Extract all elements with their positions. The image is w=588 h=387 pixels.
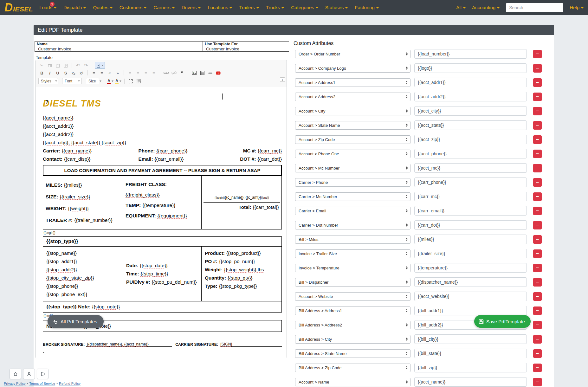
attribute-token-input[interactable] bbox=[414, 206, 527, 216]
remove-attribute-button[interactable]: − bbox=[533, 364, 542, 372]
remove-attribute-button[interactable]: − bbox=[533, 178, 542, 187]
remove-attribute-button[interactable]: − bbox=[533, 235, 542, 244]
attribute-source-select[interactable]: Account > City bbox=[295, 107, 410, 115]
nav-menu-item[interactable]: Loads 1 bbox=[39, 5, 56, 10]
attribute-source-select[interactable]: Invoice > Temperature bbox=[295, 264, 410, 272]
template-name-field[interactable]: Name Customer Invoice bbox=[35, 41, 203, 52]
attribute-source-select[interactable]: Bill > Miles bbox=[295, 235, 410, 244]
brand-logo[interactable]: D 7 IESEL bbox=[4, 1, 33, 14]
remove-attribute-button[interactable]: − bbox=[533, 349, 542, 358]
horizontal-rule-button[interactable] bbox=[207, 70, 214, 76]
text-color-button[interactable]: A bbox=[107, 78, 114, 84]
attribute-token-input[interactable] bbox=[414, 78, 527, 87]
remove-attribute-button[interactable]: − bbox=[533, 221, 542, 229]
numbered-list-button[interactable]: ≡ bbox=[90, 70, 97, 76]
paste-button[interactable] bbox=[54, 62, 61, 68]
refund-policy-link[interactable]: Refund Policy bbox=[59, 382, 81, 385]
attribute-token-input[interactable] bbox=[414, 249, 527, 258]
remove-attribute-button[interactable]: − bbox=[533, 192, 542, 201]
remove-attribute-button[interactable]: − bbox=[533, 164, 542, 172]
attribute-token-input[interactable] bbox=[414, 306, 527, 315]
maximize-button[interactable] bbox=[127, 78, 134, 84]
attribute-token-input[interactable] bbox=[414, 49, 527, 59]
attribute-token-input[interactable] bbox=[414, 92, 527, 101]
strikethrough-button[interactable]: S bbox=[62, 70, 69, 76]
superscript-button[interactable]: x² bbox=[78, 70, 85, 76]
remove-attribute-button[interactable]: − bbox=[533, 264, 542, 272]
remove-attribute-button[interactable]: − bbox=[533, 150, 542, 158]
nav-item-accounting[interactable]: Accounting bbox=[472, 5, 500, 10]
toolbar-collapse-button[interactable]: ▴ bbox=[280, 77, 285, 82]
attribute-source-select[interactable]: Account > State Name bbox=[295, 121, 410, 130]
nav-menu-item[interactable]: Categories bbox=[291, 5, 318, 10]
attribute-token-input[interactable] bbox=[414, 334, 527, 344]
remove-attribute-button[interactable]: − bbox=[533, 321, 542, 329]
unlink-button[interactable] bbox=[171, 70, 178, 76]
attribute-source-select[interactable]: Account > Zip Code bbox=[295, 135, 410, 144]
attribute-token-input[interactable] bbox=[414, 163, 527, 173]
nav-menu-item[interactable]: Statuses bbox=[325, 5, 348, 10]
insert-table-button[interactable] bbox=[199, 70, 206, 76]
attribute-source-select[interactable]: Account > Phone One bbox=[295, 150, 410, 158]
attribute-source-select[interactable]: Bill > Dispatcher bbox=[295, 278, 410, 287]
attribute-token-input[interactable] bbox=[414, 235, 527, 244]
nav-menu-item[interactable]: Factoring bbox=[355, 5, 379, 10]
undo-button[interactable]: ↶ bbox=[74, 62, 81, 68]
remove-attribute-button[interactable]: − bbox=[533, 93, 542, 101]
remove-attribute-button[interactable]: − bbox=[533, 135, 542, 144]
remove-attribute-button[interactable]: − bbox=[533, 64, 542, 73]
outdent-button[interactable]: « bbox=[106, 70, 113, 76]
all-pdf-templates-button[interactable]: All Pdf Templates bbox=[48, 315, 104, 328]
save-pdf-template-button[interactable]: Save PdfTemplate bbox=[474, 315, 531, 328]
use-template-for-field[interactable]: Use Template For Customer Invoice bbox=[203, 41, 289, 52]
attribute-token-input[interactable] bbox=[414, 292, 527, 301]
attribute-source-select[interactable]: Bill Address > City bbox=[295, 335, 410, 344]
attribute-source-select[interactable]: Carrier > Email bbox=[295, 207, 410, 215]
styles-dropdown[interactable]: Styles bbox=[38, 78, 58, 84]
cut-button[interactable]: ✂ bbox=[38, 62, 45, 68]
attribute-source-select[interactable]: Bill Address > State Name bbox=[295, 349, 410, 358]
redo-button[interactable]: ↷ bbox=[82, 62, 89, 68]
attribute-source-select[interactable]: Carrier > Mc Number bbox=[295, 192, 410, 201]
attribute-source-select[interactable]: Carrier > Phone bbox=[295, 178, 410, 187]
remove-attribute-button[interactable]: − bbox=[533, 292, 542, 301]
align-right-button[interactable]: ≡ bbox=[142, 70, 149, 76]
attribute-token-input[interactable] bbox=[414, 192, 527, 201]
bullet-list-button[interactable]: ≡ bbox=[98, 70, 105, 76]
background-color-button[interactable]: A bbox=[115, 78, 122, 84]
embed-video-button[interactable] bbox=[215, 70, 222, 76]
bold-button[interactable]: B bbox=[38, 70, 45, 76]
attribute-source-select[interactable]: Account > Company Logo bbox=[295, 64, 410, 73]
font-dropdown[interactable]: Font bbox=[62, 78, 82, 84]
nav-menu-item[interactable]: Quotes bbox=[93, 5, 112, 10]
attribute-token-input[interactable] bbox=[414, 277, 527, 287]
remove-attribute-button[interactable]: − bbox=[533, 278, 542, 287]
remove-attribute-button[interactable]: − bbox=[533, 249, 542, 258]
search-input[interactable] bbox=[506, 3, 563, 12]
attribute-token-input[interactable] bbox=[414, 377, 527, 387]
attribute-source-select[interactable]: Bill Address > Zip Code bbox=[295, 364, 410, 372]
size-dropdown[interactable]: Size bbox=[86, 78, 99, 84]
insert-image-button[interactable] bbox=[191, 70, 198, 76]
show-blocks-button[interactable] bbox=[135, 78, 142, 84]
remove-attribute-button[interactable]: − bbox=[533, 378, 542, 386]
attribute-token-input[interactable] bbox=[414, 135, 527, 144]
logout-button[interactable] bbox=[37, 369, 48, 379]
attribute-source-select[interactable]: Account > Name bbox=[295, 378, 410, 386]
attribute-source-select[interactable]: Account > Address2 bbox=[295, 93, 410, 101]
anchor-button[interactable] bbox=[178, 70, 185, 76]
attribute-token-input[interactable] bbox=[414, 263, 527, 273]
nav-menu-item[interactable]: Trailers bbox=[239, 5, 259, 10]
remove-attribute-button[interactable]: − bbox=[533, 78, 542, 87]
remove-attribute-button[interactable]: − bbox=[533, 50, 542, 58]
attribute-token-input[interactable] bbox=[414, 106, 527, 116]
terms-of-service-link[interactable]: Terms of Service bbox=[29, 382, 55, 385]
attribute-token-input[interactable] bbox=[414, 349, 527, 358]
privacy-policy-link[interactable]: Privacy Policy bbox=[4, 382, 25, 385]
remove-attribute-button[interactable]: − bbox=[533, 107, 542, 115]
attribute-token-input[interactable] bbox=[414, 149, 527, 158]
attribute-token-input[interactable] bbox=[414, 177, 527, 187]
link-button[interactable] bbox=[163, 70, 170, 76]
nav-menu-item[interactable]: Trucks bbox=[266, 5, 284, 10]
copy-button[interactable] bbox=[46, 62, 53, 68]
